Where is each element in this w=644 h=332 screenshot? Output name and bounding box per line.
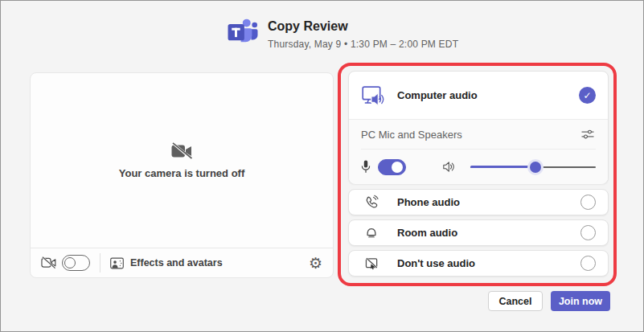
audio-device-name: PC Mic and Speakers [361, 129, 462, 141]
effects-and-avatars-button[interactable]: Effects and avatars [110, 257, 223, 269]
settings-gear-icon[interactable]: ⚙ [309, 256, 322, 271]
teams-logo-icon [228, 17, 258, 46]
join-now-button[interactable]: Join now [551, 291, 610, 311]
computer-audio-option[interactable]: Computer audio ✓ [349, 72, 608, 119]
device-settings-sliders-icon [580, 128, 596, 141]
mic-toggle[interactable] [378, 159, 406, 175]
computer-audio-label: Computer audio [397, 89, 478, 101]
phone-audio-label: Phone audio [397, 196, 460, 208]
device-settings-button[interactable] [580, 128, 596, 141]
camera-toggle-icon [41, 256, 56, 269]
mic-toggle-knob [392, 162, 403, 173]
no-audio-icon [363, 256, 379, 272]
computer-audio-selected-check-icon[interactable]: ✓ [579, 87, 596, 104]
room-audio-radio[interactable] [580, 225, 596, 240]
device-settings-section: PC Mic and Speakers [349, 119, 608, 184]
camera-off-icon [170, 142, 193, 160]
computer-audio-icon [361, 84, 385, 106]
microphone-icon [361, 159, 371, 174]
speaker-volume-icon [442, 161, 456, 173]
dont-use-audio-radio[interactable] [580, 256, 596, 271]
room-audio-icon [363, 225, 379, 241]
phone-audio-option[interactable]: Phone audio [348, 189, 609, 215]
camera-toggle-knob [64, 257, 76, 268]
cancel-button[interactable]: Cancel [488, 291, 543, 311]
toolbar-divider [100, 253, 100, 273]
camera-off-state: Your camera is turned off [31, 73, 333, 248]
computer-audio-card: Computer audio ✓ PC Mic and Speakers [348, 71, 609, 184]
meeting-datetime: Thursday, May 9 • 1:30 PM – 2:00 PM EDT [268, 39, 458, 50]
room-audio-option[interactable]: Room audio [348, 219, 609, 246]
camera-preview: Your camera is turned off [30, 72, 334, 278]
camera-toolbar: Effects and avatars ⚙ [31, 248, 333, 277]
phone-audio-radio[interactable] [580, 195, 596, 210]
volume-fill [470, 166, 535, 168]
mic-volume-controls [349, 150, 608, 184]
pre-join-window: Copy Review Thursday, May 9 • 1:30 PM – … [0, 0, 644, 332]
volume-slider[interactable] [470, 162, 596, 173]
phone-audio-icon [363, 195, 379, 211]
effects-avatars-icon [110, 257, 124, 269]
meeting-title: Copy Review [268, 19, 348, 34]
effects-and-avatars-label: Effects and avatars [130, 257, 223, 268]
dont-use-audio-option[interactable]: Don't use audio [348, 250, 609, 277]
camera-off-message: Your camera is turned off [119, 167, 245, 179]
room-audio-label: Room audio [397, 227, 457, 239]
volume-thumb[interactable] [530, 162, 541, 173]
camera-toggle[interactable] [62, 255, 90, 271]
dont-use-audio-label: Don't use audio [397, 257, 475, 269]
